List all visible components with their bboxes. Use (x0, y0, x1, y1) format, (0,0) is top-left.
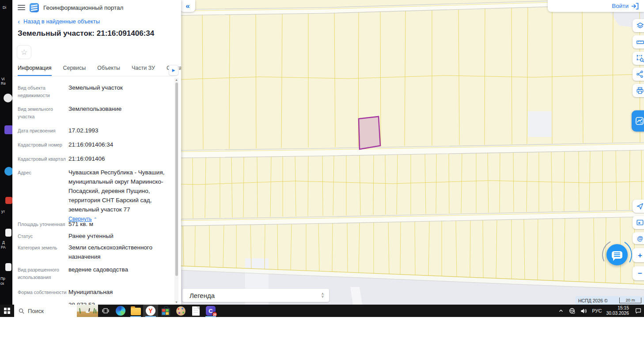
field-label: Вид земельного участка (18, 104, 68, 120)
windows-taskbar: Поиск Y C (0, 305, 644, 317)
geolocate-button[interactable] (633, 200, 644, 213)
info-row: Кадастровый номер 21:16:091406:34 (18, 140, 174, 149)
search-highlight-image[interactable] (77, 305, 98, 317)
field-label: Адрес (18, 168, 68, 224)
measure-button[interactable] (633, 35, 644, 49)
layers-button[interactable] (633, 19, 644, 32)
panel-scrollbar[interactable]: ▲ ▼ (174, 78, 178, 305)
minus-icon: − (638, 270, 642, 277)
scroll-down-icon[interactable]: ▼ (174, 300, 178, 305)
taskbar-spacer (218, 305, 556, 317)
windows-logo-icon (4, 308, 10, 314)
chat-button[interactable] (606, 244, 628, 265)
printer-icon (636, 87, 644, 94)
tray-time: 15:15 (617, 305, 629, 311)
info-row: Статус Ранее учтенный (18, 231, 174, 241)
app-title: Геоинформационный портал (43, 4, 123, 11)
desktop-icon[interactable] (5, 197, 12, 204)
share-button[interactable] (633, 68, 644, 81)
info-row: Кадастровый квартал 21:16:091406 (18, 154, 174, 163)
tray-network-button[interactable] (566, 305, 578, 317)
tray-show-hidden-button[interactable] (556, 305, 566, 317)
attribution-text: НСПД 2026 © (578, 298, 619, 303)
document-taskbar-icon[interactable] (188, 305, 203, 317)
search-at-button[interactable]: @ (633, 232, 644, 244)
field-value: Землепользование (68, 104, 174, 120)
tab-services[interactable]: Сервисы (63, 65, 86, 76)
mini-map-icon (636, 219, 644, 226)
start-button[interactable] (0, 305, 14, 317)
desktop-icon[interactable] (4, 125, 12, 134)
zoom-out-button[interactable]: − (633, 266, 644, 280)
file-explorer-taskbar-icon[interactable] (128, 305, 143, 317)
desktop-icon[interactable] (5, 229, 11, 237)
collapse-left-icon: « (186, 2, 189, 11)
chevron-up-icon (558, 308, 564, 314)
map-attribution: НСПД 2026 © 20 m (576, 296, 644, 305)
task-view-icon (102, 307, 110, 315)
map-mode-button-active[interactable] (632, 110, 644, 132)
tab-parcel-parts[interactable]: Части ЗУ (132, 65, 155, 76)
object-info-panel: Геоинформационный портал ‹ Назад в найде… (12, 0, 181, 305)
field-label: Дата присвоения (18, 126, 68, 135)
scroll-up-icon[interactable]: ▲ (174, 78, 178, 82)
field-label: Кадастровый квартал (18, 154, 68, 163)
field-value: 17.02.1993 (68, 126, 174, 135)
polygon-search-icon (636, 54, 644, 63)
print-button[interactable] (633, 84, 644, 97)
menu-icon[interactable] (18, 4, 25, 11)
action-center-button[interactable] (633, 305, 644, 317)
selected-parcel[interactable] (359, 117, 380, 149)
overview-map-button[interactable] (633, 216, 644, 229)
legend-bar[interactable]: Легенда ˄ ˅ (182, 289, 329, 302)
document-icon (192, 306, 200, 316)
tabs-more-button[interactable]: ▶ (169, 65, 178, 75)
tab-information[interactable]: Информация (18, 65, 52, 76)
tray-clock[interactable]: 15:15 30.03.2026 (604, 305, 633, 317)
page-title: Земельный участок: 21:16:091406:34 (18, 29, 154, 38)
info-row-clipped: 38 873,53 (18, 300, 174, 305)
purple-app-icon: C 26 (206, 306, 216, 316)
login-bar[interactable]: Войти (548, 0, 644, 12)
store-icon (161, 308, 170, 316)
scale-label: 20 m (625, 298, 635, 302)
favorite-button[interactable]: ☆ (17, 45, 31, 59)
panel-header: Геоинформационный портал (12, 0, 181, 15)
field-value: Ранее учтенный (68, 231, 174, 241)
desktop-icon-label: ут (1, 209, 5, 214)
chat-fab[interactable] (602, 240, 632, 270)
desktop-icon[interactable] (4, 167, 12, 176)
taskbar-search[interactable]: Поиск (14, 305, 98, 317)
app-logo-icon (30, 3, 39, 12)
tray-date: 30.03.2026 (606, 311, 629, 316)
desktop-icon[interactable] (4, 94, 12, 102)
zoom-in-button[interactable]: + (633, 248, 644, 262)
area-select-button[interactable] (633, 52, 644, 65)
tabs: Информация Сервисы Объекты Части ЗУ Сост… (18, 65, 181, 76)
login-label: Войти (612, 3, 629, 9)
desktop-icon[interactable] (5, 263, 11, 271)
tab-objects[interactable]: Объекты (97, 65, 120, 76)
info-row: Площадь уточненная 571 кв. м (18, 219, 174, 229)
scale-bar: 20 m (619, 298, 641, 303)
desktop-icon-label: Vi (1, 77, 4, 81)
scrollbar-thumb[interactable] (175, 83, 178, 276)
desktop-icon-label: Di (3, 5, 6, 10)
legend-toggle[interactable]: ˄ ˅ (322, 293, 324, 298)
collapse-panel-button[interactable]: « (180, 0, 195, 12)
info-row: Вид объекта недвижимости Земельный участ… (18, 83, 174, 99)
paint-taskbar-icon[interactable] (173, 305, 188, 317)
task-view-button[interactable] (98, 305, 113, 317)
yandex-browser-taskbar-icon[interactable]: Y (143, 305, 158, 317)
field-value: Земли сельскохозяйственного назначения (68, 243, 174, 261)
map-sheet-icon (635, 116, 644, 126)
tray-language-button[interactable]: РУС (590, 305, 604, 317)
messenger-taskbar-icon[interactable]: C 26 (203, 305, 218, 317)
store-taskbar-icon[interactable] (158, 305, 173, 317)
tray-volume-button[interactable] (578, 305, 590, 317)
edge-taskbar-icon[interactable] (113, 305, 128, 317)
at-icon: @ (637, 235, 643, 241)
back-link[interactable]: ‹ Назад в найденные объекты (18, 18, 100, 25)
running-indicator (145, 316, 156, 317)
chat-bubble-icon (612, 251, 622, 259)
